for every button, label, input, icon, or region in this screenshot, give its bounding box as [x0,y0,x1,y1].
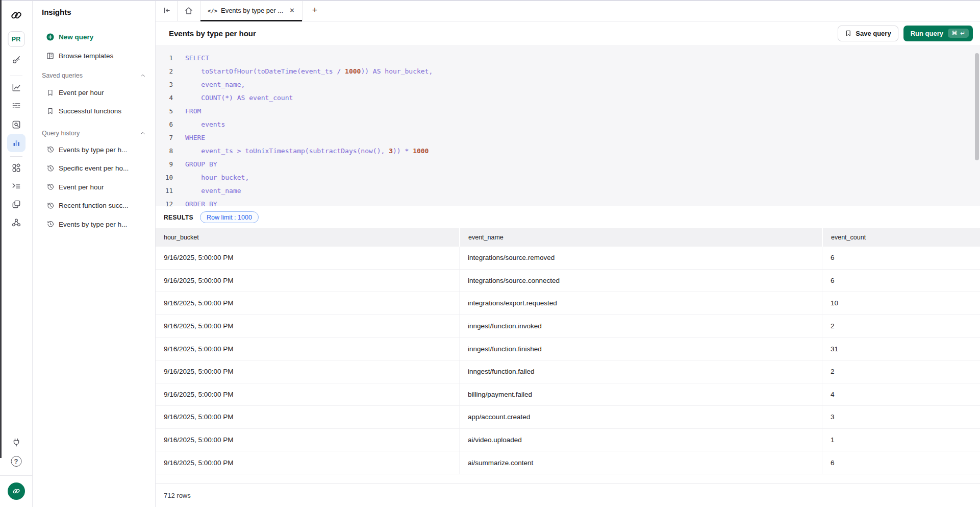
code-line[interactable]: 12ORDER BY [156,197,980,206]
table-cell: integrations/export.requested [459,292,822,315]
code-text: events [185,120,225,128]
new-query-label: New query [59,33,93,41]
icon-rail: PR [0,0,33,507]
query-history-item[interactable]: Event per hour [33,178,156,197]
code-line[interactable]: 9GROUP BY [156,157,980,171]
code-text: WHERE [185,134,205,141]
table-cell: inngest/function.failed [459,360,822,383]
history-icon [46,146,55,154]
new-tab-button[interactable]: + [307,3,322,18]
save-query-label: Save query [856,30,891,37]
table-row[interactable]: 9/16/2025, 5:00:00 PMapp/account.created… [156,406,980,429]
code-line[interactable]: 2 toStartOfHour(toDateTime(event_ts / 10… [156,64,980,78]
code-line[interactable]: 3 event_name, [156,78,980,91]
table-row[interactable]: 9/16/2025, 5:00:00 PMinngest/function.fa… [156,360,980,383]
save-query-button[interactable]: Save query [838,26,898,41]
chevron-up-icon[interactable] [139,130,146,137]
metrics-icon[interactable] [11,83,21,93]
code-text: SELECT [185,54,209,62]
sql-editor[interactable]: 1SELECT2 toStartOfHour(toDateTime(event_… [156,45,980,206]
table-cell: ai/video.uploaded [459,429,822,451]
code-line[interactable]: 4 COUNT(*) AS event_count [156,91,980,104]
collapse-sidebar-button[interactable] [156,0,178,21]
bookmark-icon [46,89,55,96]
row-limit-badge[interactable]: Row limit : 1000 [200,211,259,223]
code-line[interactable]: 11 event_name [156,184,980,197]
table-cell: 9/16/2025, 5:00:00 PM [156,451,459,474]
code-line[interactable]: 1SELECT [156,51,980,64]
code-text: event_ts > toUnixTimestamp(subtractDays(… [185,147,429,155]
query-history-section-header[interactable]: Query history [42,128,146,138]
line-number: 12 [160,200,173,207]
saved-queries-section-header[interactable]: Saved queries [42,70,146,81]
table-row[interactable]: 9/16/2025, 5:00:00 PMintegrations/source… [156,270,980,293]
window-top-edge [0,0,980,1]
query-history-item[interactable]: Recent function succ... [33,197,156,215]
table-row[interactable]: 9/16/2025, 5:00:00 PMinngest/function.in… [156,315,980,338]
event-search-icon[interactable] [11,119,21,130]
workspace-avatar-label: PR [12,36,20,43]
table-cell: 9/16/2025, 5:00:00 PM [156,406,459,428]
plus-circle-icon [46,33,55,41]
table-cell: 6 [822,247,980,269]
query-history-item[interactable]: Events by type per h... [33,140,156,159]
column-header-event_count: event_count [822,228,980,247]
new-query-button[interactable]: New query [33,30,156,43]
table-cell: 9/16/2025, 5:00:00 PM [156,383,459,406]
query-history-item[interactable]: Specific event per ho... [33,159,156,178]
query-history-item[interactable]: Events by type per h... [33,215,156,234]
home-tab-button[interactable] [178,0,200,21]
browse-templates-button[interactable]: Browse templates [33,49,156,62]
runs-list-icon[interactable] [11,101,21,111]
table-row[interactable]: 9/16/2025, 5:00:00 PMbilling/payment.fai… [156,383,980,406]
apps-icon[interactable] [11,163,21,173]
table-row[interactable]: 9/16/2025, 5:00:00 PMintegrations/export… [156,292,980,315]
insights-rail-item-active[interactable] [7,134,26,152]
results-footer: 712 rows [156,484,980,507]
tab-close-icon[interactable]: ✕ [287,6,297,15]
bookmark-icon [845,30,852,37]
webhook-icon[interactable] [11,218,21,228]
rail-divider [10,156,22,157]
code-line[interactable]: 6 events [156,117,980,131]
enter-key-icon: ↵ [960,30,965,37]
results-table-header: hour_bucketevent_nameevent_count [156,228,980,247]
tab-events-by-type-per-hour[interactable]: </> Events by type per ... ✕ [200,0,303,21]
line-number: 5 [160,107,173,115]
table-cell: integrations/source.removed [459,247,822,269]
help-icon[interactable]: ? [11,456,21,467]
table-row[interactable]: 9/16/2025, 5:00:00 PMintegrations/source… [156,247,980,270]
cmd-key-icon: ⌘ [951,30,958,37]
code-line[interactable]: 10 hour_bucket, [156,171,980,184]
rail-divider [10,76,22,76]
keys-icon[interactable] [11,55,21,65]
table-cell: 2 [822,315,980,337]
editor-scrollbar[interactable] [975,53,979,160]
table-row[interactable]: 9/16/2025, 5:00:00 PMai/video.uploaded1 [156,429,980,452]
workspace-avatar[interactable]: PR [8,31,24,47]
windows-icon[interactable] [11,199,21,209]
table-cell: 9/16/2025, 5:00:00 PM [156,270,459,292]
code-lines: 1SELECT2 toStartOfHour(toDateTime(event_… [156,51,980,206]
query-history-label: Recent function succ... [59,202,129,209]
history-icon [46,202,55,210]
saved-query-label: Successful functions [59,107,121,115]
code-line[interactable]: 8 event_ts > toUnixTimestamp(subtractDay… [156,144,980,157]
account-avatar[interactable] [8,482,25,500]
line-number: 1 [160,54,173,62]
saved-query-item[interactable]: Successful functions [33,102,156,121]
browse-templates-label: Browse templates [59,52,113,60]
inngest-logo-icon [9,9,24,21]
query-history-section-label: Query history [42,130,80,137]
table-row[interactable]: 9/16/2025, 5:00:00 PMinngest/function.fi… [156,337,980,360]
plug-integrations-icon[interactable] [11,438,21,448]
terminal-icon[interactable] [11,181,21,191]
code-line[interactable]: 7WHERE [156,131,980,144]
code-line[interactable]: 5FROM [156,104,980,117]
chevron-up-icon[interactable] [139,72,146,79]
table-cell: 3 [822,406,980,428]
run-query-button[interactable]: Run query ⌘ ↵ [903,26,973,41]
history-icon [46,220,55,228]
saved-query-item[interactable]: Event per hour [33,83,156,102]
table-row[interactable]: 9/16/2025, 5:00:00 PMai/summarize.conten… [156,451,980,474]
